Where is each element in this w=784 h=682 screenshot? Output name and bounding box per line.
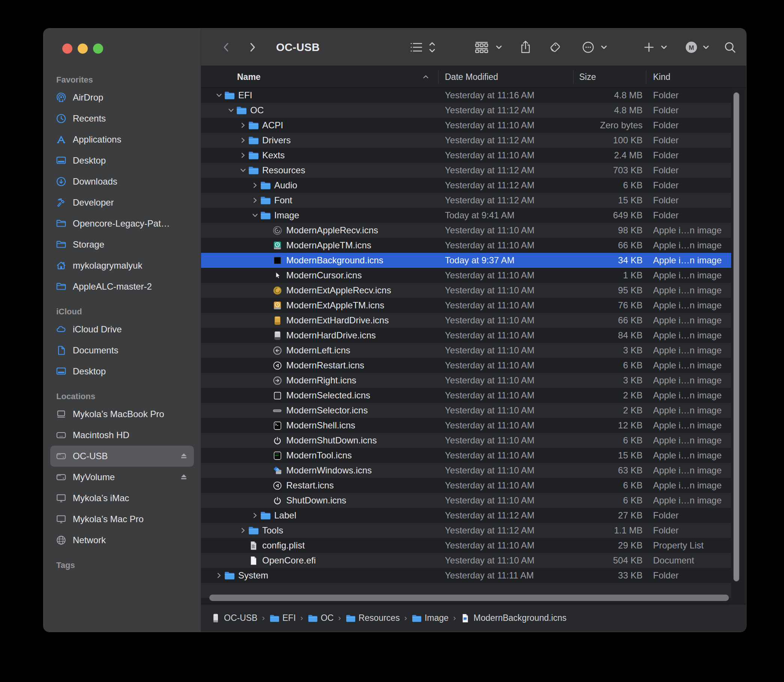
table-row[interactable]: ModernLeft.icnsYesterday at 11:10 AM3 KB… — [201, 343, 731, 358]
sort-updown-icon[interactable] — [428, 40, 437, 54]
avatar-chevron-icon[interactable] — [701, 43, 711, 52]
sidebar-item-recents[interactable]: Recents — [50, 108, 194, 129]
table-row[interactable]: ToolsYesterday at 11:12 AM1.1 MBFolder — [201, 523, 731, 538]
sidebar-item-airdrop[interactable]: AirDrop — [50, 87, 194, 108]
sidebar-item-network[interactable]: Network — [50, 530, 194, 551]
table-row[interactable]: ShutDown.icnsYesterday at 11:10 AM6 KBAp… — [201, 493, 731, 508]
breadcrumb-item[interactable]: OC — [308, 613, 334, 623]
disclosure-open-icon[interactable] — [250, 208, 260, 223]
group-view-button[interactable] — [474, 41, 489, 54]
table-row[interactable]: EFIYesterday at 11:16 AM4.8 MBFolder — [201, 88, 731, 103]
add-button[interactable] — [643, 41, 655, 53]
more-chevron-icon[interactable] — [599, 43, 609, 52]
search-button[interactable] — [723, 40, 737, 54]
tag-button[interactable] — [548, 40, 562, 54]
table-row[interactable]: ModernRestart.icnsYesterday at 11:10 AM6… — [201, 358, 731, 373]
column-name[interactable]: Name — [237, 72, 261, 82]
table-row[interactable]: ACPIYesterday at 11:10 AMZero bytesFolde… — [201, 118, 731, 133]
back-button[interactable] — [221, 41, 232, 54]
table-row[interactable]: FontYesterday at 11:12 AM15 KBFolder — [201, 193, 731, 208]
account-avatar[interactable]: M — [684, 40, 698, 54]
sidebar-item-applications[interactable]: Applications — [50, 129, 194, 150]
table-row[interactable]: ModernShutDown.icnsYesterday at 11:10 AM… — [201, 433, 731, 448]
sidebar-item-myvolume[interactable]: MyVolume — [50, 467, 194, 488]
table-row[interactable]: ModernAppleTM.icnsYesterday at 11:10 AM6… — [201, 238, 731, 253]
group-chevron-icon[interactable] — [494, 43, 504, 52]
sidebar-item-documents[interactable]: Documents — [50, 340, 194, 361]
eject-icon[interactable] — [179, 451, 189, 461]
table-row[interactable]: ModernAppleRecv.icnsYesterday at 11:10 A… — [201, 223, 731, 238]
sidebar-item-developer[interactable]: Developer — [50, 192, 194, 213]
sidebar-item-mykola-s-imac[interactable]: Mykola’s iMac — [50, 488, 194, 509]
table-row[interactable]: config.plistYesterday at 11:10 AM29 KBPr… — [201, 538, 731, 553]
sidebar-item-mykolagrymalyuk[interactable]: mykolagrymalyuk — [50, 255, 194, 276]
disclosure-closed-icon[interactable] — [250, 193, 260, 208]
column-kind[interactable]: Kind — [653, 72, 670, 82]
breadcrumb-item[interactable]: ModernBackground.icns — [460, 613, 566, 623]
sidebar-item-desktop[interactable]: Desktop — [50, 150, 194, 171]
table-row[interactable]: KextsYesterday at 11:10 AM2.4 MBFolder — [201, 148, 731, 163]
vertical-scrollbar[interactable] — [733, 92, 739, 582]
table-row[interactable]: ModernBackground.icnsToday at 9:37 AM34 … — [201, 253, 731, 268]
sidebar-item-mykola-s-mac-pro[interactable]: Mykola’s Mac Pro — [50, 509, 194, 530]
table-row[interactable]: ModernSelected.icnsYesterday at 11:10 AM… — [201, 388, 731, 403]
sidebar-item-opencore-legacy-pat-[interactable]: Opencore-Legacy-Pat… — [50, 213, 194, 234]
sidebar-item-icloud-drive[interactable]: iCloud Drive — [50, 319, 194, 340]
breadcrumb-item[interactable]: OC-USB — [211, 613, 257, 623]
table-row[interactable]: ModernExtAppleRecv.icnsYesterday at 11:1… — [201, 283, 731, 298]
more-options-button[interactable] — [582, 40, 595, 54]
column-size[interactable]: Size — [579, 72, 596, 82]
table-row[interactable]: ContinueModernSelector.icnsYesterday at … — [201, 403, 731, 418]
disclosure-closed-icon[interactable] — [238, 118, 248, 133]
table-row[interactable]: OpenCore.efiYesterday at 11:10 AM504 KBD… — [201, 553, 731, 568]
sidebar-item-macintosh-hd[interactable]: Macintosh HD — [50, 425, 194, 446]
table-row[interactable]: ModernRight.icnsYesterday at 11:10 AM3 K… — [201, 373, 731, 388]
table-row[interactable]: ResourcesYesterday at 11:12 AM703 KBFold… — [201, 163, 731, 178]
disclosure-open-icon[interactable] — [226, 103, 236, 118]
disclosure-closed-icon[interactable] — [214, 568, 224, 583]
table-row[interactable]: DriversYesterday at 11:12 AM100 KBFolder — [201, 133, 731, 148]
table-row[interactable]: ModernExtHardDrive.icnsYesterday at 11:1… — [201, 313, 731, 328]
table-row[interactable]: ModernHardDrive.icnsYesterday at 11:10 A… — [201, 328, 731, 343]
disclosure-closed-icon[interactable] — [238, 133, 248, 148]
list-view-button[interactable] — [410, 41, 423, 53]
disclosure-closed-icon[interactable] — [238, 523, 248, 538]
column-divider[interactable] — [438, 70, 438, 84]
minimize-button[interactable] — [78, 43, 88, 54]
table-row[interactable]: OCYesterday at 11:12 AM4.8 MBFolder — [201, 103, 731, 118]
column-divider[interactable] — [573, 70, 574, 84]
table-row[interactable]: ModernCursor.icnsYesterday at 11:10 AM1 … — [201, 268, 731, 283]
sidebar-item-oc-usb[interactable]: OC-USB — [50, 446, 194, 467]
sidebar-item-desktop[interactable]: Desktop — [50, 361, 194, 382]
table-row[interactable]: EXECModernTool.icnsYesterday at 11:10 AM… — [201, 448, 731, 463]
zoom-button[interactable] — [93, 43, 103, 54]
sidebar-item-storage[interactable]: Storage — [50, 234, 194, 255]
breadcrumb-item[interactable]: Resources — [346, 613, 400, 623]
table-row[interactable]: Restart.icnsYesterday at 11:10 AM6 KBApp… — [201, 478, 731, 493]
close-button[interactable] — [62, 43, 72, 54]
breadcrumb-item[interactable]: Image — [411, 613, 449, 623]
table-row[interactable]: ModernExtAppleTM.icnsYesterday at 11:10 … — [201, 298, 731, 313]
forward-button[interactable] — [247, 41, 258, 54]
column-date-modified[interactable]: Date Modified — [445, 72, 498, 82]
sort-ascending-icon[interactable] — [422, 73, 430, 81]
disclosure-closed-icon[interactable] — [250, 178, 260, 193]
table-row[interactable]: ImageToday at 9:41 AM649 KBFolder — [201, 208, 731, 223]
sidebar-item-downloads[interactable]: Downloads — [50, 171, 194, 192]
horizontal-scrollbar[interactable] — [209, 594, 729, 601]
table-row[interactable]: AudioYesterday at 11:12 AM6 KBFolder — [201, 178, 731, 193]
disclosure-open-icon[interactable] — [238, 163, 248, 178]
table-row[interactable]: ModernWindows.icnsYesterday at 11:10 AM6… — [201, 463, 731, 478]
table-row[interactable]: SystemYesterday at 11:11 AM33 KBFolder — [201, 568, 731, 583]
column-divider[interactable] — [646, 70, 646, 84]
disclosure-closed-icon[interactable] — [250, 508, 260, 523]
add-chevron-icon[interactable] — [660, 43, 668, 52]
share-button[interactable] — [519, 40, 532, 54]
breadcrumb-item[interactable]: EFI — [269, 613, 296, 623]
disclosure-open-icon[interactable] — [214, 88, 224, 103]
eject-icon[interactable] — [179, 472, 189, 482]
disclosure-closed-icon[interactable] — [238, 148, 248, 163]
sidebar-item-applealc-master-2[interactable]: AppleALC-master-2 — [50, 276, 194, 297]
sidebar-item-mykola-s-macbook-pro[interactable]: Mykola’s MacBook Pro — [50, 404, 194, 425]
table-row[interactable]: LabelYesterday at 11:12 AM27 KBFolder — [201, 508, 731, 523]
